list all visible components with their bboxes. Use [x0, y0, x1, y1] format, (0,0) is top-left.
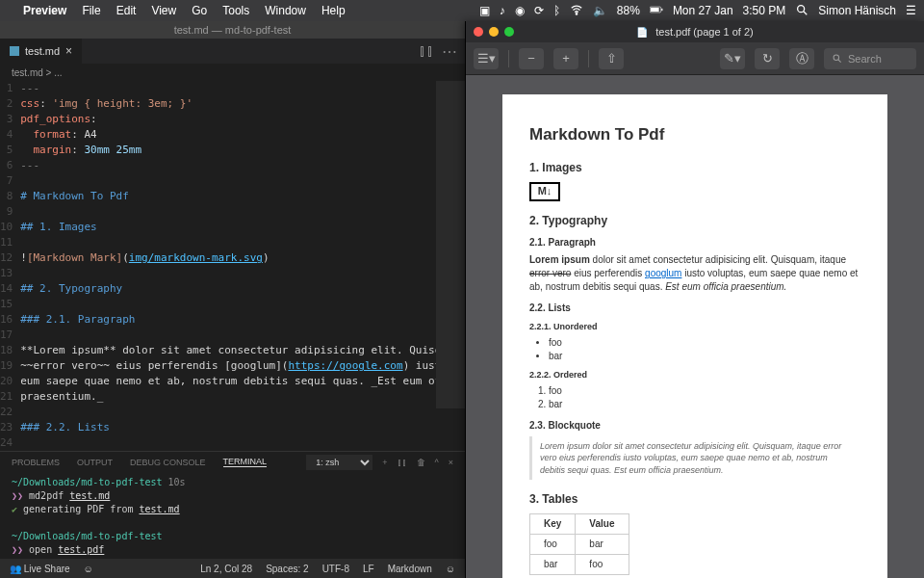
sidebar-toggle-button[interactable]: ☰▾: [474, 48, 499, 69]
menu-edit[interactable]: Edit: [116, 4, 137, 17]
table: KeyValue foobar barfoo: [529, 513, 629, 575]
battery-icon[interactable]: [650, 3, 663, 19]
menu-view[interactable]: View: [151, 4, 176, 17]
macos-menubar: Preview File Edit View Go Tools Window H…: [0, 0, 924, 21]
pdf-viewport[interactable]: Markdown To Pdf 1. Images M↓ 2. Typograp…: [466, 75, 924, 578]
tab-problems[interactable]: PROBLEMS: [12, 458, 60, 467]
zoom-window-button[interactable]: [504, 27, 514, 37]
doc-h3: 2.2. Lists: [529, 302, 860, 315]
menubar-time[interactable]: 3:50 PM: [743, 4, 786, 17]
share-button[interactable]: ⇧: [599, 48, 624, 69]
svg-rect-2: [651, 7, 659, 11]
doc-h2: 2. Typography: [529, 213, 860, 229]
more-icon[interactable]: ⋯: [442, 42, 457, 61]
doc-h1: Markdown To Pdf: [529, 123, 860, 146]
terminal[interactable]: ~/Downloads/md-to-pdf-test 10s❯❯ md2pdf …: [0, 472, 465, 559]
pdf-page: Markdown To Pdf 1. Images M↓ 2. Typograp…: [502, 94, 887, 578]
vscode-window: test.md — md-to-pdf-test test.md × ⫿⫿ ⋯ …: [0, 21, 465, 578]
window-titlebar[interactable]: 📄 test.pdf (page 1 of 2): [466, 21, 924, 42]
doc-h3: 2.1. Paragraph: [529, 236, 860, 250]
breadcrumb[interactable]: test.md > ...: [0, 64, 465, 81]
markdown-mark-icon: M↓: [529, 182, 560, 201]
encoding-status[interactable]: UTF-8: [322, 564, 349, 574]
chevron-up-icon[interactable]: ^: [435, 458, 439, 467]
zoom-out-button[interactable]: −: [519, 48, 544, 69]
indent-status[interactable]: Spaces: 2: [266, 564, 308, 574]
status-icon[interactable]: ♪: [500, 4, 505, 17]
feedback-icon[interactable]: ☺: [84, 564, 93, 574]
highlight-button[interactable]: ✎▾: [720, 48, 745, 69]
menu-help[interactable]: Help: [321, 4, 346, 17]
svg-point-4: [798, 5, 805, 12]
status-bar: 👥 Live Share ☺ Ln 2, Col 28 Spaces: 2 UT…: [0, 559, 465, 578]
menu-window[interactable]: Window: [265, 4, 306, 17]
spotlight-icon[interactable]: [795, 3, 808, 19]
unordered-list: foobar: [549, 336, 860, 363]
sync-icon[interactable]: ⟳: [534, 4, 544, 17]
language-mode[interactable]: Markdown: [388, 564, 432, 574]
close-window-button[interactable]: [474, 27, 483, 37]
panel-tab-bar: PROBLEMS OUTPUT DEBUG CONSOLE TERMINAL 1…: [0, 451, 465, 472]
menu-tools[interactable]: Tools: [222, 4, 249, 17]
status-icon[interactable]: ◉: [515, 4, 525, 17]
doc-h4: 2.2.2. Ordered: [529, 369, 860, 381]
doc-h2: 3. Tables: [529, 491, 860, 508]
terminal-selector[interactable]: 1: zsh: [306, 455, 372, 470]
preview-toolbar: ☰▾ − + ⇧ ✎▾ ↻ Ⓐ Search: [466, 42, 924, 75]
doc-h2: 1. Images: [529, 160, 860, 176]
eol-status[interactable]: LF: [363, 564, 374, 574]
minimap[interactable]: [436, 81, 465, 408]
paragraph: Lorem ipsum dolor sit amet consectetur a…: [529, 253, 860, 294]
blockquote: Lorem ipsum dolor sit amet consectetur a…: [529, 436, 860, 481]
ordered-list: foobar: [549, 384, 860, 411]
menubar-date[interactable]: Mon 27 Jan: [673, 4, 733, 17]
cursor-position[interactable]: Ln 2, Col 28: [200, 564, 252, 574]
markup-button[interactable]: Ⓐ: [789, 48, 814, 69]
tab-terminal[interactable]: TERMINAL: [223, 457, 268, 467]
close-panel-icon[interactable]: ×: [449, 458, 453, 467]
volume-icon[interactable]: 🔈: [593, 4, 607, 17]
search-input[interactable]: Search: [824, 48, 916, 69]
menu-go[interactable]: Go: [192, 4, 207, 17]
notification-center-icon[interactable]: ☰: [906, 4, 916, 17]
wifi-icon[interactable]: [570, 3, 583, 19]
preview-window: 📄 test.pdf (page 1 of 2) ☰▾ − + ⇧ ✎▾ ↻ Ⓐ…: [465, 21, 924, 578]
editor-tab[interactable]: test.md ×: [0, 39, 82, 64]
minimize-window-button[interactable]: [489, 27, 499, 37]
svg-rect-3: [661, 8, 662, 10]
svg-rect-6: [10, 46, 19, 56]
tab-debug-console[interactable]: DEBUG CONSOLE: [130, 458, 206, 467]
tab-label: test.md: [25, 45, 60, 57]
zoom-in-button[interactable]: +: [553, 48, 578, 69]
code-editor[interactable]: 1234567891011121314151617181920212223242…: [0, 81, 465, 451]
tab-bar: test.md × ⫿⫿ ⋯: [0, 39, 465, 64]
app-name[interactable]: Preview: [23, 4, 66, 17]
menu-file[interactable]: File: [82, 4, 100, 17]
menubar-user[interactable]: Simon Hänisch: [818, 4, 896, 17]
status-icon[interactable]: ▣: [479, 4, 490, 17]
svg-line-5: [804, 11, 808, 14]
split-editor-icon[interactable]: ⫿⫿: [419, 42, 434, 60]
svg-point-0: [576, 13, 577, 13]
doc-h3: 2.3. Blockquote: [529, 419, 860, 433]
rotate-button[interactable]: ↻: [755, 48, 780, 69]
battery-pct: 88%: [617, 4, 640, 17]
svg-line-8: [838, 60, 841, 63]
split-terminal-icon[interactable]: ⫿⫿: [398, 458, 407, 467]
window-title: test.md — md-to-pdf-test: [0, 21, 465, 39]
search-placeholder: Search: [848, 53, 882, 65]
doc-h4: 2.2.1. Unordered: [529, 321, 860, 333]
trash-icon[interactable]: 🗑: [417, 458, 425, 467]
new-terminal-icon[interactable]: +: [382, 458, 387, 467]
svg-point-7: [834, 55, 839, 61]
bluetooth-icon[interactable]: ᛒ: [553, 4, 560, 17]
feedback-icon[interactable]: ☺: [446, 564, 455, 574]
live-share-button[interactable]: 👥 Live Share: [10, 564, 70, 574]
pdf-icon: 📄: [636, 27, 648, 38]
tab-output[interactable]: OUTPUT: [77, 458, 113, 467]
document-title: test.pdf (page 1 of 2): [655, 26, 754, 38]
close-icon[interactable]: ×: [65, 44, 72, 58]
